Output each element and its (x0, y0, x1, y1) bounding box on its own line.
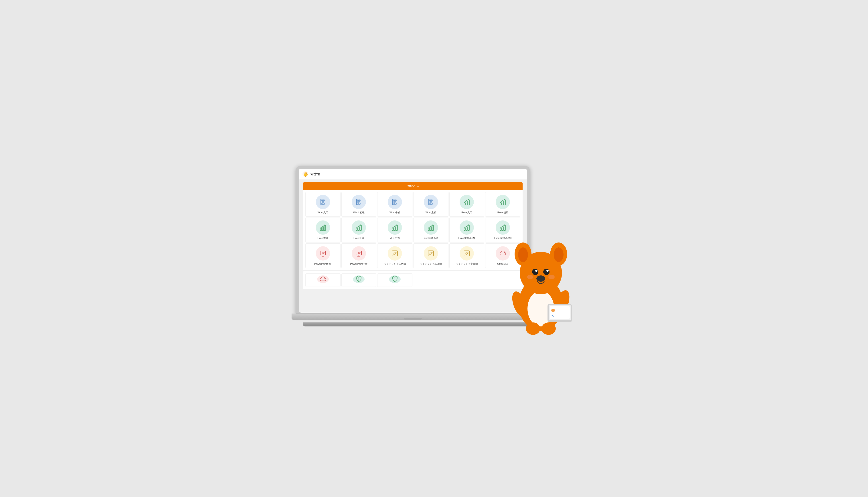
svg-text:🖐: 🖐 (303, 172, 308, 177)
course-icon-ppt-mid (352, 246, 366, 260)
svg-rect-24 (393, 203, 395, 204)
svg-point-110 (543, 269, 550, 275)
svg-point-115 (548, 275, 555, 279)
svg-rect-100 (464, 251, 469, 256)
screen-header: 🖐 マナe (299, 169, 527, 180)
laptop-screen: 🖐 マナe Office ∧ (299, 169, 527, 313)
course-icon-mos (388, 221, 402, 235)
svg-rect-70 (464, 228, 465, 230)
logo-icon: 🖐 (302, 171, 308, 177)
course-label-ppt-basic: PowerPoint初級 (314, 262, 332, 266)
course-card-word-adv[interactable]: Word上級 (413, 192, 448, 217)
course-card-partial2[interactable] (342, 273, 377, 287)
course-label-word-intro: Word入門 (318, 211, 328, 214)
svg-point-74 (466, 226, 467, 227)
chevron-icon: ∧ (417, 184, 419, 188)
svg-point-114 (527, 275, 533, 279)
course-icon-word-mid (388, 195, 402, 209)
laptop: 🖐 マナe Office ∧ (296, 166, 530, 329)
svg-rect-32 (429, 203, 431, 204)
course-label-word-mid: Word中級 (390, 211, 400, 214)
svg-point-56 (358, 226, 359, 227)
svg-point-39 (468, 199, 469, 200)
logo-area: 🖐 マナe (302, 171, 320, 177)
svg-rect-66 (432, 225, 434, 230)
course-label-excel-basic: Excel初級 (497, 211, 508, 214)
course-card-word-intro[interactable]: Word入門 (305, 192, 341, 217)
svg-rect-60 (396, 225, 397, 230)
course-icon-partial3 (389, 275, 401, 283)
svg-point-69 (432, 225, 433, 225)
course-card-writing-basic[interactable]: ライティング基礎編 (413, 243, 448, 268)
svg-rect-64 (428, 228, 430, 230)
svg-rect-53 (358, 227, 359, 230)
courses-grid: Word入門 Word 初級 Word中級 (303, 190, 523, 270)
svg-rect-17 (359, 203, 360, 204)
svg-point-123 (551, 309, 555, 312)
svg-point-111 (535, 270, 537, 272)
course-card-word-mid[interactable]: Word中級 (377, 192, 413, 217)
svg-point-73 (464, 227, 465, 228)
course-label-writing-prac: ライティング実践編 (456, 262, 478, 266)
svg-point-38 (466, 200, 467, 201)
course-card-writing-intro[interactable]: ライティング入門編 (377, 243, 413, 268)
svg-rect-16 (357, 203, 359, 204)
course-icon-writing-intro (388, 246, 402, 260)
svg-point-37 (464, 202, 465, 203)
course-card-excel-biz2[interactable]: Excel実務基礎Ⅱ (449, 217, 484, 242)
course-card-writing-prac[interactable]: ライティング実践編 (449, 243, 484, 268)
svg-point-107 (518, 247, 528, 262)
course-card-excel-intro[interactable]: Excel入門 (449, 192, 484, 217)
svg-point-80 (502, 226, 503, 227)
svg-point-118 (526, 323, 540, 335)
course-card-partial3[interactable] (377, 273, 413, 287)
svg-rect-35 (466, 201, 467, 205)
svg-point-45 (504, 199, 505, 200)
svg-point-109 (532, 269, 538, 275)
section-header[interactable]: Office ∧ (303, 182, 523, 190)
svg-rect-98 (428, 251, 434, 256)
course-icon-excel-adv (352, 221, 366, 235)
svg-point-57 (360, 225, 361, 225)
course-label-writing-intro: ライティング入門編 (384, 262, 406, 266)
svg-rect-33 (431, 203, 432, 204)
course-card-ppt-basic[interactable]: PowerPoint初級 (305, 243, 341, 268)
svg-rect-65 (430, 227, 432, 230)
section-label: Office (407, 184, 415, 188)
course-label-excel-adv: Excel上級 (353, 237, 364, 240)
svg-rect-36 (468, 200, 469, 205)
bottom-row (303, 271, 523, 289)
svg-point-113 (536, 275, 545, 282)
svg-rect-52 (356, 228, 358, 230)
course-icon-excel-biz1 (424, 221, 438, 235)
svg-point-79 (500, 227, 501, 228)
svg-point-61 (392, 227, 393, 228)
laptop-body: 🖐 マナe Office ∧ (296, 166, 530, 315)
svg-point-49 (320, 227, 321, 228)
svg-rect-46 (320, 228, 322, 230)
course-card-excel-mid[interactable]: Excel中級 (305, 217, 341, 242)
course-card-excel-basic[interactable]: Excel初級 (485, 192, 520, 217)
svg-rect-92 (357, 252, 359, 254)
svg-rect-76 (500, 228, 502, 230)
course-label-word-adv: Word上級 (425, 211, 436, 214)
course-icon-partial1 (317, 275, 329, 283)
course-card-mos[interactable]: MOS対策 (377, 217, 413, 242)
course-card-partial1[interactable] (305, 273, 341, 287)
course-card-excel-adv[interactable]: Excel上級 (342, 217, 377, 242)
screen-content[interactable]: Office ∧ Word入門 (299, 180, 527, 312)
course-card-ppt-mid[interactable]: PowerPoint中級 (342, 243, 377, 268)
course-icon-excel-biz2 (460, 221, 474, 235)
svg-rect-54 (360, 225, 361, 230)
course-card-word-basic[interactable]: Word 初級 (342, 192, 377, 217)
course-icon-word-intro (316, 195, 330, 209)
logo-text: マナe (310, 171, 320, 177)
svg-rect-9 (323, 203, 324, 204)
course-icon-excel-basic (496, 195, 510, 209)
course-card-excel-biz1[interactable]: Excel実務基礎Ⅰ (413, 217, 448, 242)
course-label-excel-biz1: Excel実務基礎Ⅰ (423, 237, 439, 240)
course-icon-excel-mid (316, 221, 330, 235)
course-icon-ppt-basic (316, 246, 330, 260)
course-label-excel-biz2: Excel実務基礎Ⅱ (459, 237, 475, 240)
course-icon-partial2 (353, 275, 364, 283)
